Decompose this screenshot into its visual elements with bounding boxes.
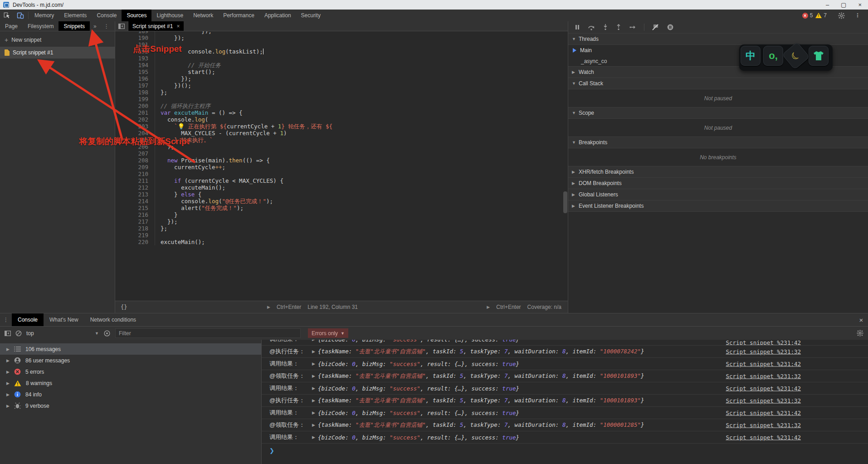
expand-object-triangle-icon[interactable]: ▶: [312, 374, 315, 378]
code-line-201[interactable]: 201var excuteMain = () => {: [115, 109, 563, 116]
console-sidebar-toggle-icon[interactable]: [5, 331, 11, 336]
code-line-211[interactable]: 211 if (currentCycle < MAX_CYCLES) {: [115, 177, 563, 184]
expand-object-triangle-icon[interactable]: ▶: [312, 423, 315, 427]
navigator-tab-page[interactable]: Page: [0, 21, 23, 31]
settings-gear-icon[interactable]: [834, 12, 848, 19]
code-line-213[interactable]: 213 } else {: [115, 191, 563, 198]
close-drawer-icon[interactable]: ×: [854, 313, 868, 326]
clear-console-icon[interactable]: [15, 330, 22, 337]
code-line-212[interactable]: 212 excuteMain();: [115, 184, 563, 191]
code-line-191[interactable]: 191: [115, 41, 563, 48]
console-message-row[interactable]: 调用结果：▶{bizCode: 0, bizMsg: "success", re…: [262, 340, 868, 346]
snippet-list-item[interactable]: Script snippet #1: [0, 47, 115, 59]
new-snippet-button[interactable]: + New snippet: [0, 34, 115, 46]
step-icon[interactable]: [629, 24, 636, 30]
source-link[interactable]: Script snippet %231:32: [726, 397, 801, 404]
main-tab-lighthouse[interactable]: Lighthouse: [151, 10, 188, 21]
pretty-print-icon[interactable]: {}: [115, 304, 132, 310]
overlay-tile-4[interactable]: [809, 46, 829, 66]
expand-object-triangle-icon[interactable]: ▶: [312, 398, 315, 403]
source-link[interactable]: Script snippet %231:42: [726, 434, 801, 441]
code-line-218[interactable]: 218};: [115, 225, 563, 232]
console-filter-input[interactable]: Filter: [115, 328, 301, 338]
code-line-190[interactable]: 190 });: [115, 34, 563, 41]
step-out-icon[interactable]: [616, 24, 621, 30]
section-header-global-listeners[interactable]: ▶Global Listeners: [568, 189, 868, 200]
code-line-220[interactable]: 220excuteMain();: [115, 239, 563, 245]
main-tab-application[interactable]: Application: [259, 10, 296, 21]
code-line-194[interactable]: 194 // 开始任务: [115, 62, 563, 68]
code-line-216[interactable]: 216 }: [115, 211, 563, 218]
console-message-row[interactable]: 调用结果：▶{bizCode: 0, bizMsg: "success", re…: [262, 358, 868, 370]
code-line-204[interactable]: 204 MAX_CYCLES - (currentCycle + 1): [115, 130, 563, 137]
warning-count-badge[interactable]: 7: [815, 12, 827, 19]
close-button[interactable]: ×: [858, 1, 862, 8]
source-link[interactable]: Script snippet %231:32: [726, 422, 801, 429]
more-tabs-chevron[interactable]: »: [90, 21, 100, 31]
expand-object-triangle-icon[interactable]: ▶: [312, 386, 315, 391]
deactivate-breakpoints-icon[interactable]: [652, 24, 659, 30]
console-sidebar-item-verbose[interactable]: ▶9 verbose: [0, 400, 261, 411]
console-sidebar-item-error[interactable]: ▶5 errors: [0, 366, 261, 377]
code-line-215[interactable]: 215 alert("任务完成！");: [115, 205, 563, 211]
code-line-199[interactable]: 199: [115, 96, 563, 103]
console-messages-list[interactable]: 调用结果：▶{bizCode: 0, bizMsg: "success", re…: [262, 340, 868, 464]
inspect-element-icon[interactable]: [0, 10, 14, 21]
overlay-tile-2[interactable]: o,: [763, 46, 783, 66]
code-line-192[interactable]: 192 console.log(taskList);: [115, 48, 563, 55]
maximize-button[interactable]: ▢: [841, 1, 846, 8]
code-line-208[interactable]: 208 new Promise(main).then(() => {: [115, 157, 563, 164]
overlay-tile-1[interactable]: 中: [741, 46, 761, 66]
code-line-219[interactable]: 219: [115, 232, 563, 239]
console-message-row[interactable]: @执行任务：▶{taskName: "去逛"北斗童书"自营店铺", taskId…: [262, 346, 868, 358]
main-tab-network[interactable]: Network: [188, 10, 218, 21]
console-prompt[interactable]: ❯: [262, 444, 868, 457]
code-line-197[interactable]: 197 })();: [115, 82, 563, 89]
pause-on-exceptions-icon[interactable]: [667, 24, 673, 30]
step-over-icon[interactable]: [588, 24, 595, 30]
code-editor[interactable]: 189 });190 });191192 console.log(taskLis…: [115, 31, 563, 301]
console-sidebar-item-warning[interactable]: ▶8 warnings: [0, 377, 261, 389]
close-tab-icon[interactable]: ×: [176, 23, 180, 29]
console-message-row[interactable]: @领取任务：▶{taskName: "去逛"北斗童书"自营店铺", taskId…: [262, 370, 868, 382]
minimize-button[interactable]: –: [826, 1, 829, 8]
more-options-icon[interactable]: ⋮: [851, 12, 864, 19]
navigator-more-options-icon[interactable]: ⋮: [100, 21, 113, 31]
main-tab-performance[interactable]: Performance: [218, 10, 259, 21]
expand-object-triangle-icon[interactable]: ▶: [312, 435, 315, 440]
code-line-198[interactable]: 198};: [115, 89, 563, 96]
console-message-row[interactable]: 调用结果：▶{bizCode: 0, bizMsg: "success", re…: [262, 382, 868, 395]
code-line-210[interactable]: 210: [115, 171, 563, 177]
console-sidebar-item-list[interactable]: ▶106 messages: [0, 343, 261, 355]
code-line-202[interactable]: 202 console.log(: [115, 116, 563, 123]
drawer-more-options-icon[interactable]: ⋮: [0, 313, 12, 326]
code-line-207[interactable]: 207: [115, 150, 563, 157]
log-level-filter-errors-only[interactable]: Errors only ▼: [308, 328, 348, 338]
code-line-206[interactable]: 206 );: [115, 143, 563, 150]
source-link[interactable]: Script snippet %231:42: [726, 340, 801, 346]
overlay-tile-3[interactable]: ☾: [782, 42, 810, 70]
step-into-icon[interactable]: [603, 24, 608, 30]
expand-object-triangle-icon[interactable]: ▶: [312, 349, 315, 354]
navigator-tab-snippets[interactable]: Snippets: [59, 21, 90, 31]
section-header-breakpoints[interactable]: ▼Breakpoints: [568, 137, 868, 148]
main-tab-sources[interactable]: Sources: [122, 10, 151, 21]
console-sidebar-item-info[interactable]: ▶84 info: [0, 389, 261, 400]
error-count-badge[interactable]: × 5: [802, 12, 813, 19]
code-line-189[interactable]: 189 });: [115, 31, 563, 34]
drawer-tab-what-s-new[interactable]: What's New: [44, 313, 84, 326]
source-link[interactable]: Script snippet %231:42: [726, 361, 801, 367]
code-line-217[interactable]: 217 });: [115, 218, 563, 225]
console-settings-gear-icon[interactable]: [857, 330, 868, 337]
code-line-200[interactable]: 200// 循环执行主程序: [115, 103, 563, 109]
section-header-dom-breakpoints[interactable]: ▶DOM Breakpoints: [568, 177, 868, 189]
toggle-navigator-sidebar-icon[interactable]: [115, 21, 128, 31]
live-expression-eye-icon[interactable]: [103, 330, 111, 337]
section-header-call-stack[interactable]: ▼Call Stack: [568, 78, 868, 89]
console-message-row[interactable]: @领取任务：▶{taskName: "去逛"北斗童书"自营店铺", taskId…: [262, 419, 868, 431]
code-line-195[interactable]: 195 start();: [115, 68, 563, 75]
main-tab-console[interactable]: Console: [92, 10, 122, 21]
drawer-tab-console[interactable]: Console: [12, 313, 44, 326]
console-message-row[interactable]: 调用结果：▶{bizCode: 0, bizMsg: "success", re…: [262, 407, 868, 419]
code-line-203[interactable]: 203 `💡 正在执行第 ${currentCycle + 1} 轮任务，还有 …: [115, 123, 563, 130]
